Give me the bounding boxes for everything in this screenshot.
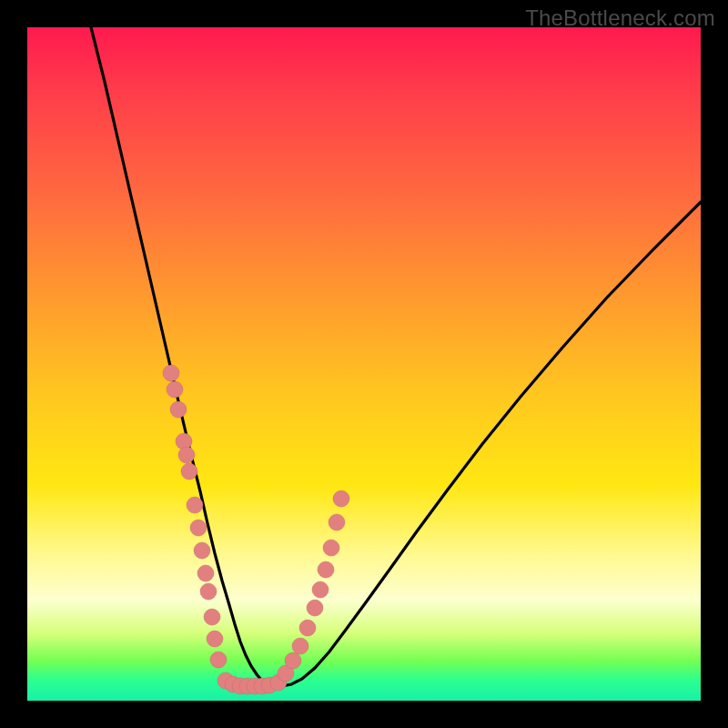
data-marker <box>163 365 179 381</box>
data-marker <box>178 447 195 463</box>
data-marker <box>200 583 217 600</box>
outer-frame: TheBottleneck.com <box>0 0 728 728</box>
bottleneck-curve <box>91 27 701 686</box>
plot-area <box>27 27 701 701</box>
data-marker <box>170 401 187 418</box>
data-marker <box>323 540 339 556</box>
data-marker <box>190 520 207 536</box>
marker-group <box>163 365 349 694</box>
data-marker <box>187 497 203 513</box>
data-marker <box>292 638 308 654</box>
curve-svg <box>27 27 701 701</box>
data-marker <box>210 652 227 668</box>
data-marker <box>299 620 316 636</box>
data-marker <box>194 542 210 559</box>
data-marker <box>318 561 334 578</box>
data-marker <box>181 463 197 480</box>
data-marker <box>197 565 214 581</box>
data-marker <box>312 581 329 598</box>
data-marker <box>333 490 349 507</box>
data-marker <box>307 600 323 616</box>
data-marker <box>285 652 301 669</box>
data-marker <box>204 609 220 625</box>
data-marker <box>329 514 345 531</box>
data-marker <box>167 381 183 398</box>
data-marker <box>207 631 223 647</box>
